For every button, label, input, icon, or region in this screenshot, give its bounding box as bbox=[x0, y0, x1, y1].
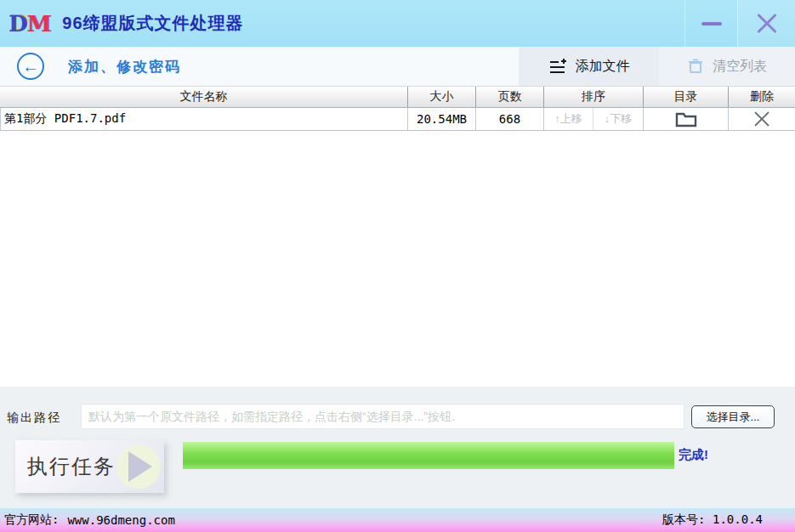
output-path-label: 输出路径 bbox=[7, 410, 61, 426]
folder-icon bbox=[675, 110, 697, 127]
minimize-button[interactable] bbox=[684, 0, 737, 47]
header-directory: 目录 bbox=[644, 87, 729, 107]
close-icon bbox=[755, 12, 779, 36]
minimize-icon bbox=[701, 22, 722, 25]
version-info: 版本号: 1.0.0.4 bbox=[662, 512, 763, 528]
close-button[interactable] bbox=[737, 0, 795, 47]
play-icon bbox=[110, 440, 162, 493]
move-up-button[interactable]: ↑上移 bbox=[544, 108, 593, 130]
add-file-icon bbox=[548, 58, 567, 75]
title-bar: DM 96缔盟版式文件处理器 bbox=[0, 0, 795, 47]
website-label: 官方网站: bbox=[4, 512, 59, 528]
table-row: 第1部分 PDF1.7.pdf 20.54MB 668 ↑上移 ↓下移 bbox=[0, 108, 795, 131]
app-title: 96缔盟版式文件处理器 bbox=[62, 12, 243, 35]
bottom-panel: 输出路径 选择目录... 执行任务 完成! bbox=[0, 387, 795, 508]
clear-list-button[interactable]: 清空列表 bbox=[659, 47, 795, 86]
add-file-button[interactable]: 添加文件 bbox=[519, 47, 659, 86]
header-file-name: 文件名称 bbox=[0, 87, 408, 107]
status-bar: 官方网站: www.96dmeng.com 版本号: 1.0.0.4 bbox=[0, 508, 795, 532]
version-label: 版本号: bbox=[662, 512, 705, 526]
trash-icon bbox=[687, 58, 704, 75]
file-list-empty-area bbox=[0, 131, 795, 387]
back-arrow-icon: ← bbox=[22, 57, 39, 76]
progress-bar-fill bbox=[183, 442, 674, 469]
header-delete: 删除 bbox=[729, 87, 795, 107]
mode-title: 添加、修改密码 bbox=[68, 57, 181, 76]
delete-x-icon bbox=[752, 110, 771, 128]
execute-task-button[interactable]: 执行任务 bbox=[15, 440, 164, 493]
execute-task-label: 执行任务 bbox=[27, 453, 116, 480]
delete-row-button[interactable] bbox=[729, 108, 795, 130]
header-pages: 页数 bbox=[476, 87, 544, 107]
back-button[interactable]: ← bbox=[17, 53, 44, 80]
cell-sort: ↑上移 ↓下移 bbox=[544, 108, 644, 130]
toolbar: ← 添加、修改密码 添加文件 清空列表 bbox=[0, 47, 795, 86]
cell-size: 20.54MB bbox=[408, 108, 476, 130]
clear-list-label: 清空列表 bbox=[713, 58, 767, 76]
header-size: 大小 bbox=[408, 87, 476, 107]
table-header: 文件名称 大小 页数 排序 目录 删除 bbox=[0, 86, 795, 108]
status-done-label: 完成! bbox=[679, 447, 708, 463]
choose-directory-button[interactable]: 选择目录... bbox=[691, 405, 775, 428]
move-down-button[interactable]: ↓下移 bbox=[593, 108, 643, 130]
website-url: www.96dmeng.com bbox=[67, 513, 174, 527]
cell-pages: 668 bbox=[476, 108, 544, 130]
open-directory-button[interactable] bbox=[644, 108, 729, 130]
output-path-input[interactable] bbox=[81, 404, 684, 429]
cell-file-name: 第1部分 PDF1.7.pdf bbox=[0, 108, 408, 130]
add-file-label: 添加文件 bbox=[576, 58, 630, 76]
header-sort: 排序 bbox=[544, 87, 644, 107]
dm-logo-icon: DM bbox=[9, 11, 50, 37]
version-value: 1.0.0.4 bbox=[713, 512, 763, 526]
progress-bar bbox=[183, 442, 674, 469]
